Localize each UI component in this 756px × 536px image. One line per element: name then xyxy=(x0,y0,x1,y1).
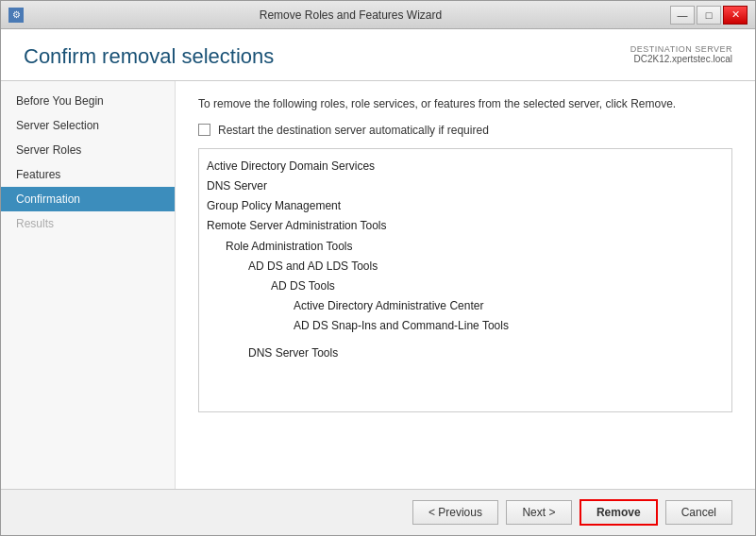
feature-item-adsnap: AD DS Snap-Ins and Command-Line Tools xyxy=(199,316,731,336)
cancel-button[interactable]: Cancel xyxy=(665,500,732,525)
feature-item-adtools: AD DS Tools xyxy=(199,276,731,296)
instruction-text: To remove the following roles, role serv… xyxy=(198,96,732,112)
feature-item-adac: Active Directory Administrative Center xyxy=(199,296,731,316)
main-content: Before You Begin Server Selection Server… xyxy=(1,81,755,489)
content-area: To remove the following roles, role serv… xyxy=(176,81,755,489)
main-window: ⚙ Remove Roles and Features Wizard — □ ✕… xyxy=(0,0,756,536)
feature-item-dnstools: DNS Server Tools xyxy=(199,343,731,363)
destination-label: DESTINATION SERVER xyxy=(630,44,732,54)
previous-button[interactable]: < Previous xyxy=(412,500,498,525)
close-button[interactable]: ✕ xyxy=(723,6,748,25)
destination-server-name: DC2K12.xpertstec.local xyxy=(630,54,732,64)
sidebar-item-results: Results xyxy=(1,211,175,236)
header: Confirm removal selections DESTINATION S… xyxy=(1,29,755,81)
feature-item-gpm: Group Policy Management xyxy=(199,196,731,216)
minimize-button[interactable]: — xyxy=(670,6,695,25)
sidebar-item-before-you-begin[interactable]: Before You Begin xyxy=(1,89,175,113)
window-title: Remove Roles and Features Wizard xyxy=(31,8,670,22)
restart-checkbox-row[interactable]: Restart the destination server automatic… xyxy=(198,124,732,137)
sidebar-item-features[interactable]: Features xyxy=(1,162,175,187)
app-icon: ⚙ xyxy=(8,8,24,23)
page-title: Confirm removal selections xyxy=(24,44,274,69)
feature-item-ads: Active Directory Domain Services xyxy=(199,157,731,176)
sidebar-item-server-selection[interactable]: Server Selection xyxy=(1,113,175,138)
sidebar-item-server-roles[interactable]: Server Roles xyxy=(1,138,175,162)
title-bar: ⚙ Remove Roles and Features Wizard — □ ✕ xyxy=(1,1,755,29)
feature-item-rat: Role Administration Tools xyxy=(199,237,731,257)
feature-item-rsat: Remote Server Administration Tools xyxy=(199,216,731,236)
features-list: Active Directory Domain Services DNS Ser… xyxy=(198,148,732,412)
destination-server-info: DESTINATION SERVER DC2K12.xpertstec.loca… xyxy=(630,44,732,64)
restart-checkbox-label: Restart the destination server automatic… xyxy=(218,124,489,137)
sidebar: Before You Begin Server Selection Server… xyxy=(1,81,176,489)
feature-item-adlds: AD DS and AD LDS Tools xyxy=(199,257,731,276)
next-button[interactable]: Next > xyxy=(506,500,572,525)
maximize-button[interactable]: □ xyxy=(697,6,721,25)
sidebar-item-confirmation[interactable]: Confirmation xyxy=(1,187,175,211)
window-controls: — □ ✕ xyxy=(670,6,748,25)
remove-button[interactable]: Remove xyxy=(580,499,658,526)
restart-checkbox[interactable] xyxy=(198,124,210,136)
footer: < Previous Next > Remove Cancel xyxy=(1,489,755,535)
feature-item-dns: DNS Server xyxy=(199,176,731,196)
